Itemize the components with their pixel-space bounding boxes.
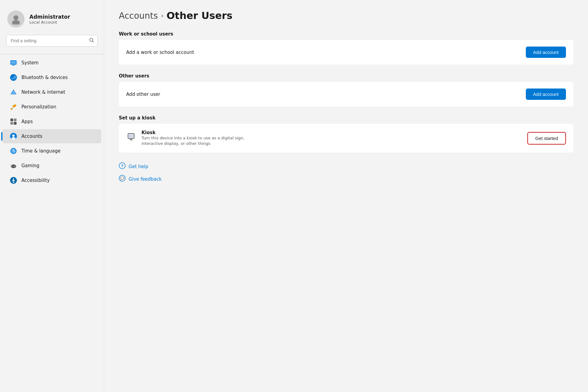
svg-point-31	[13, 178, 14, 179]
add-work-account-button[interactable]: Add account	[526, 47, 566, 58]
other-users-card-text: Add other user	[126, 92, 160, 97]
sidebar-item-accounts[interactable]: Accounts	[2, 129, 101, 143]
sidebar-item-system[interactable]: System	[2, 56, 101, 70]
svg-rect-6	[11, 61, 16, 64]
work-school-section-label: Work or school users	[119, 31, 573, 37]
svg-point-1	[12, 20, 20, 24]
svg-text:💬: 💬	[120, 176, 124, 180]
sidebar-label-gaming: Gaming	[21, 163, 40, 168]
nav-divider	[0, 54, 104, 54]
svg-text:⎇: ⎇	[11, 75, 16, 80]
get-help-link[interactable]: ? Get help	[119, 161, 573, 172]
svg-rect-39	[129, 134, 134, 138]
user-profile[interactable]: Administrator Local Account	[0, 7, 104, 35]
kiosk-description: Turn this device into a kiosk to use as …	[141, 135, 258, 146]
sidebar-item-network[interactable]: Network & internet	[2, 85, 101, 99]
get-started-button[interactable]: Get started	[527, 132, 566, 145]
give-feedback-label: Give feedback	[129, 176, 162, 182]
kiosk-info: Kiosk Turn this device into a kiosk to u…	[126, 130, 258, 146]
sidebar-label-accounts: Accounts	[21, 134, 42, 139]
other-users-card-row: Add other user Add account	[119, 82, 573, 107]
sidebar-item-time[interactable]: Time & language	[2, 144, 101, 158]
kiosk-icon	[126, 132, 136, 144]
svg-rect-38	[129, 140, 133, 140]
time-icon	[10, 147, 17, 155]
apps-icon	[10, 118, 17, 125]
svg-point-20	[11, 137, 16, 140]
sidebar: Administrator Local Account System	[0, 0, 104, 392]
sidebar-label-bluetooth: Bluetooth & devices	[21, 75, 68, 80]
svg-rect-17	[14, 122, 17, 125]
svg-rect-16	[10, 122, 13, 125]
sidebar-label-accessibility: Accessibility	[21, 178, 50, 183]
work-school-card-text: Add a work or school account	[126, 50, 194, 55]
add-other-user-button[interactable]: Add account	[526, 89, 566, 100]
network-icon	[10, 89, 17, 96]
svg-point-12	[12, 104, 17, 108]
sidebar-item-accessibility[interactable]: Accessibility	[2, 173, 101, 187]
kiosk-section-label: Set up a kiosk	[119, 115, 573, 121]
kiosk-text: Kiosk Turn this device into a kiosk to u…	[141, 130, 258, 146]
sidebar-item-bluetooth[interactable]: ⎇ Bluetooth & devices	[2, 70, 101, 85]
svg-text:?: ?	[121, 164, 123, 168]
accessibility-icon	[10, 177, 17, 184]
user-type: Local Account	[29, 20, 70, 24]
personalization-icon	[10, 103, 17, 111]
accounts-icon	[10, 133, 17, 140]
search-input[interactable]	[6, 35, 98, 47]
page-header: Accounts › Other Users	[119, 10, 573, 21]
user-name: Administrator	[29, 14, 70, 20]
kiosk-title: Kiosk	[141, 130, 258, 135]
work-school-card: Add a work or school account Add account	[119, 40, 573, 65]
svg-point-0	[13, 15, 18, 20]
sidebar-label-apps: Apps	[21, 119, 33, 124]
feedback-icon: 💬	[119, 175, 126, 183]
bluetooth-icon: ⎇	[10, 74, 17, 81]
sidebar-label-time: Time & language	[21, 148, 61, 154]
help-section: ? Get help 💬 Give feedback	[119, 161, 573, 184]
breadcrumb-parent: Accounts	[119, 11, 158, 21]
svg-point-13	[11, 108, 13, 109]
sidebar-item-personalization[interactable]: Personalization	[2, 100, 101, 114]
svg-rect-14	[10, 119, 13, 121]
svg-point-19	[12, 134, 15, 137]
get-help-label: Get help	[129, 164, 148, 169]
svg-rect-27	[11, 166, 13, 167]
give-feedback-link[interactable]: 💬 Give feedback	[119, 174, 573, 184]
gaming-icon	[10, 162, 17, 169]
help-icon: ?	[119, 162, 126, 171]
avatar	[7, 10, 24, 28]
sidebar-label-network: Network & internet	[21, 89, 65, 95]
search-box	[6, 35, 98, 47]
sidebar-label-system: System	[21, 60, 39, 66]
svg-point-29	[14, 166, 15, 167]
user-info: Administrator Local Account	[29, 14, 70, 24]
sidebar-label-personalization: Personalization	[21, 104, 56, 110]
svg-rect-5	[12, 65, 15, 66]
other-users-section-label: Other users	[119, 73, 573, 79]
work-school-card-row: Add a work or school account Add account	[119, 40, 573, 65]
kiosk-card-row: Kiosk Turn this device into a kiosk to u…	[119, 124, 573, 153]
breadcrumb-chevron: ›	[161, 12, 164, 19]
kiosk-card: Kiosk Turn this device into a kiosk to u…	[119, 124, 573, 153]
svg-rect-37	[130, 138, 132, 140]
svg-rect-15	[14, 119, 17, 121]
system-icon	[10, 59, 17, 66]
page-title: Other Users	[167, 10, 232, 21]
other-users-card: Add other user Add account	[119, 82, 573, 107]
sidebar-item-apps[interactable]: Apps	[2, 115, 101, 129]
sidebar-item-gaming[interactable]: Gaming	[2, 159, 101, 173]
main-content: Accounts › Other Users Work or school us…	[104, 0, 588, 392]
